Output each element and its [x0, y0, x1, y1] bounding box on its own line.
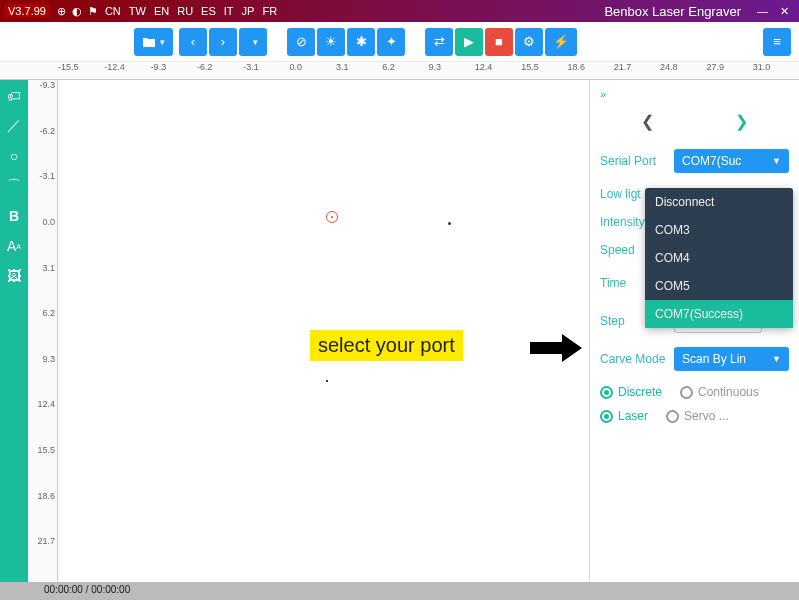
curve-tool-icon[interactable]: ⌒ — [4, 176, 24, 196]
menu-button[interactable]: ≡ — [763, 28, 791, 56]
port-option-com5[interactable]: COM5 — [645, 272, 793, 300]
panel-next-button[interactable]: ❯ — [695, 108, 790, 135]
collapse-icon[interactable]: » — [600, 88, 789, 100]
canvas[interactable]: select your port — [58, 80, 589, 582]
serial-port-label: Serial Port — [600, 154, 674, 168]
sun-low-icon[interactable]: ☀ — [317, 28, 345, 56]
flag-icon[interactable]: ⚑ — [88, 5, 98, 18]
play-button[interactable]: ▶ — [455, 28, 483, 56]
font-tool-icon[interactable]: AA — [4, 236, 24, 256]
continuous-radio[interactable]: Continuous — [680, 385, 759, 399]
ruler-horizontal: -15.5-12.4-9.3-6.2-3.10.03.16.29.312.415… — [0, 62, 799, 80]
nav-more-button[interactable] — [239, 28, 267, 56]
serial-port-dropdown: Disconnect COM3 COM4 COM5 COM7(Success) — [645, 188, 793, 328]
minimize-icon[interactable]: — — [757, 5, 768, 17]
lang-tw[interactable]: TW — [129, 5, 146, 17]
app-title: Benbox Laser Engraver — [604, 4, 741, 19]
power-icon[interactable]: ⚡ — [545, 28, 577, 56]
bold-text-tool-icon[interactable]: B — [4, 206, 24, 226]
port-option-com4[interactable]: COM4 — [645, 244, 793, 272]
center-icon[interactable]: ✦ — [377, 28, 405, 56]
canvas-origin-marker — [326, 211, 338, 223]
lang-jp[interactable]: JP — [242, 5, 255, 17]
nav-right-button[interactable]: › — [209, 28, 237, 56]
close-icon[interactable]: ✕ — [780, 5, 789, 18]
lang-es[interactable]: ES — [201, 5, 216, 17]
ruler-vertical: -9.3-6.2-3.10.03.16.29.312.415.518.621.7 — [28, 80, 58, 582]
toolbar: ‹ › ⊘ ☀ ✱ ✦ ⇄ ▶ ■ ⚙ ⚡ ≡ — [0, 22, 799, 62]
lang-en[interactable]: EN — [154, 5, 169, 17]
tag-tool-icon[interactable]: 🏷 — [4, 86, 24, 106]
tool-sidebar: 🏷 ／ ○ ⌒ B AA 🖼 — [0, 80, 28, 582]
annotation-arrow-icon — [528, 330, 588, 366]
clock-icon[interactable]: ⊕ — [57, 5, 66, 18]
open-button[interactable] — [134, 28, 173, 56]
lang-ru[interactable]: RU — [177, 5, 193, 17]
settings-panel: » ❮ ❯ Serial Port COM7(Suc Low ligt Inte… — [589, 80, 799, 582]
laser-radio[interactable]: Laser — [600, 409, 648, 423]
lang-cn[interactable]: CN — [105, 5, 121, 17]
image-tool-icon[interactable]: 🖼 — [4, 266, 24, 286]
line-tool-icon[interactable]: ／ — [4, 116, 24, 136]
port-option-com7[interactable]: COM7(Success) — [645, 300, 793, 328]
status-bar: 00:00:00 / 00:00:00 — [0, 582, 799, 600]
port-option-disconnect[interactable]: Disconnect — [645, 188, 793, 216]
status-time: 00:00:00 / 00:00:00 — [44, 584, 130, 595]
annotation-label: select your port — [310, 330, 463, 361]
port-option-com3[interactable]: COM3 — [645, 216, 793, 244]
stop-button[interactable]: ■ — [485, 28, 513, 56]
settings-gear-icon[interactable]: ⚙ — [515, 28, 543, 56]
carve-mode-label: Carve Mode — [600, 352, 674, 366]
serial-port-select[interactable]: COM7(Suc — [674, 149, 789, 173]
version-badge: V3.7.99 — [4, 4, 50, 18]
repeat-button[interactable]: ⇄ — [425, 28, 453, 56]
circle-tool-icon[interactable]: ○ — [4, 146, 24, 166]
pin-icon[interactable]: ◐ — [72, 5, 82, 18]
nav-left-button[interactable]: ‹ — [179, 28, 207, 56]
servo-radio[interactable]: Servo ... — [666, 409, 729, 423]
sun-high-icon[interactable]: ✱ — [347, 28, 375, 56]
carve-mode-select[interactable]: Scan By Lin — [674, 347, 789, 371]
lang-fr[interactable]: FR — [262, 5, 277, 17]
titlebar: V3.7.99 ⊕ ◐ ⚑ CN TW EN RU ES IT JP FR Be… — [0, 0, 799, 22]
discrete-radio[interactable]: Discrete — [600, 385, 662, 399]
cancel-icon[interactable]: ⊘ — [287, 28, 315, 56]
canvas-point-2 — [326, 380, 328, 382]
panel-prev-button[interactable]: ❮ — [600, 108, 695, 135]
lang-it[interactable]: IT — [224, 5, 234, 17]
canvas-point — [448, 222, 451, 225]
